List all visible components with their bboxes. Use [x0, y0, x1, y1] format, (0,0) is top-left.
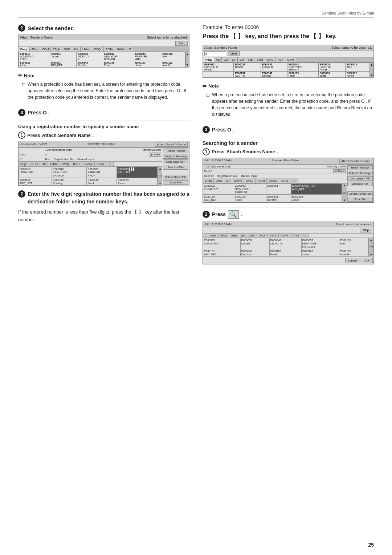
cell[interactable]: E000013LONDON OFFICE — [203, 62, 234, 71]
cell[interactable]: E000043NEW YORKBRANCH — [103, 52, 134, 61]
srp-tab-opqr[interactable]: OPQr — [257, 234, 268, 238]
cell[interactable]: E000151ABC_NET — [49, 61, 77, 67]
srp-tab-ghij[interactable]: GHiJ — [229, 234, 239, 238]
email-attach-btn-right[interactable]: Attach Sender's Name — [339, 159, 372, 163]
email-tab-ijk[interactable]: IJK — [40, 162, 48, 166]
tab-freq[interactable]: Freq. — [19, 47, 30, 52]
registration-input[interactable] — [204, 51, 226, 56]
tab2-ijk[interactable]: I JK — [246, 57, 255, 62]
cell[interactable]: E000151ABC_NET — [203, 249, 241, 256]
srp-tab-xyza[interactable]: XYZa — [290, 234, 301, 238]
cell[interactable]: E000163Jones — [291, 194, 342, 202]
store-file-btn[interactable]: Store File — [163, 180, 188, 185]
subject-message-btn-right[interactable]: Subject / Message — [347, 171, 373, 175]
cell[interactable]: E000053PARIS BRANCH — [87, 167, 117, 178]
subject-message-btn[interactable]: Subject / Message — [163, 154, 188, 159]
clear-button[interactable]: Clear — [228, 51, 240, 56]
cell[interactable]: E000031Donald — [49, 52, 77, 61]
cell[interactable]: E000113Alex — [161, 52, 185, 61]
cell[interactable]: E000053PARIS BRANCH — [134, 52, 161, 61]
email-tab2-ghij[interactable]: GHiJ — [214, 178, 224, 183]
cell[interactable]: E000031Donald — [234, 62, 261, 71]
select-stored-file-btn-right[interactable]: Select Stored File — [347, 191, 373, 196]
skip-button-panel1[interactable]: Skip — [175, 41, 188, 46]
cell[interactable]: E000051 — [266, 183, 291, 194]
tab-ghij[interactable]: GHiJ — [62, 47, 73, 52]
cell[interactable]: E000113Alex — [346, 62, 370, 71]
return-receipt-btn-right[interactable]: Return Receipt — [347, 165, 373, 170]
srp-tab-lmn[interactable]: LMN — [247, 234, 257, 238]
srp-tab-search[interactable]: 🔍 — [301, 234, 309, 238]
tab2-gh[interactable]: GH — [238, 57, 246, 62]
email-tab-xyza[interactable]: XYZa — [95, 162, 106, 166]
cell[interactable]: E000043NEW YORKPARIS BR — [234, 183, 266, 194]
cell[interactable]: E000013LONDON OFFICE — [19, 52, 49, 61]
srp-tab-0[interactable]: 0 — [203, 234, 208, 238]
cell[interactable]: E000073LEGAL DIY — [203, 183, 234, 194]
srp-tab-cdef[interactable]: CDef — [208, 234, 219, 238]
cell[interactable]: E000159Frank — [287, 71, 319, 77]
srp-tab-rstu[interactable]: RSTu — [268, 234, 279, 238]
cell[interactable]: E000049Dorothy — [240, 249, 269, 256]
cell[interactable]: E000013LEGAL DIY — [19, 167, 52, 178]
cell[interactable]: E000119Annette — [339, 249, 368, 256]
email-tab-rstu[interactable]: RSTu — [71, 162, 82, 166]
srp-skip-btn[interactable]: Skip — [360, 228, 372, 232]
store-file-btn-right[interactable]: Store File — [347, 197, 373, 202]
cancel-button[interactable]: Cancel — [345, 258, 361, 263]
cell[interactable]: E000163Jones — [301, 249, 339, 256]
tab-opqr[interactable]: OPQr — [92, 47, 103, 52]
cell[interactable]: E000135Frank — [87, 178, 117, 186]
email-tab2-lmno[interactable]: LMNo — [232, 178, 244, 183]
multi-tiff-btn-right[interactable]: Multi-page TIFF — [347, 176, 373, 181]
scroll-bar[interactable]: ▲▼ — [185, 52, 189, 67]
search-icon-btn[interactable]: 🔍 — [228, 210, 239, 219]
prev-btn-right[interactable]: ▲ Prev — [333, 169, 346, 173]
cell[interactable]: E000053PARIS BRANCH — [318, 62, 346, 71]
email-tab-uvwx[interactable]: UVWx — [82, 162, 95, 166]
email-tab2-efgh[interactable]: EFgh — [203, 178, 214, 183]
cell[interactable]: E000123Allen — [19, 61, 49, 67]
cell[interactable]: E000112Annett — [161, 61, 185, 67]
scroll-bar-email-right[interactable]: ▲1/2▼ — [342, 183, 347, 202]
ok-button[interactable]: OK — [362, 258, 373, 263]
email-tab-opqr[interactable]: OPQr — [60, 162, 71, 166]
srp-tab-efgh[interactable]: EFgh — [219, 234, 229, 238]
attached-file-btn[interactable]: Attached File — [163, 165, 188, 170]
cell[interactable]: E000163Frank — [234, 194, 266, 202]
cell[interactable]: E000159Frank — [269, 249, 301, 256]
tab2-rst[interactable]: RST — [275, 57, 285, 62]
email-tab-search[interactable]: 🔍 — [106, 162, 114, 166]
scroll-bar-email-left[interactable]: ▲1/2▼ — [158, 167, 163, 186]
cell[interactable]: E000043 ABC_NETABC_NET — [291, 183, 342, 194]
email-tab2-opqr[interactable]: OPQr — [244, 178, 256, 183]
cell[interactable]: E000043NEW YORKBRANCH — [52, 167, 87, 178]
tab-cdef[interactable]: CDef — [40, 47, 51, 52]
email-tab2-search[interactable]: 🔍 — [290, 178, 298, 183]
cell[interactable]: E000142Dorothy — [77, 61, 103, 67]
select-stored-file-btn[interactable]: Select Stored File — [163, 175, 188, 179]
prev-btn[interactable]: ▲ Prev — [149, 153, 162, 157]
tab-lmno[interactable]: LMNo — [81, 47, 92, 52]
cell[interactable]: E000159Frank — [103, 61, 134, 67]
attached-file-btn-right[interactable]: Attached File — [347, 182, 373, 186]
cell[interactable]: E000172Annett — [346, 71, 370, 77]
cell[interactable]: E000013 ▌▌▌ABC_NET — [117, 167, 158, 178]
email-panel-attach-btn[interactable]: Attach Sender's Name — [155, 142, 188, 147]
cell[interactable]: E000053NEW YORKPARIS BR — [301, 238, 339, 249]
tab2-lmn[interactable]: LMN — [255, 57, 265, 62]
cell[interactable]: E000032LEGAL DIY — [77, 52, 103, 61]
cell[interactable]: E000163Jones — [117, 178, 158, 186]
email-tab2-rstu[interactable]: RSTu — [256, 178, 267, 183]
tab2-uvw[interactable]: UVW — [285, 57, 296, 62]
tab2-cd[interactable]: CD — [222, 57, 230, 62]
email-tab2-uvwx[interactable]: UVWx — [267, 178, 279, 183]
cell[interactable]: E000163Jones — [134, 61, 161, 67]
tab2-ab[interactable]: AB — [214, 57, 222, 62]
tab2-freq[interactable]: Freq. — [203, 57, 214, 62]
scroll-bar-srp[interactable]: ▲1/2▼ — [368, 238, 373, 257]
tab-uvwx[interactable]: UVWx — [115, 47, 127, 52]
cell[interactable]: E000151ABC_NET — [234, 71, 261, 77]
cell[interactable]: E000151Dorothy — [266, 194, 291, 202]
tab-abcs[interactable]: ABcs — [30, 47, 41, 52]
